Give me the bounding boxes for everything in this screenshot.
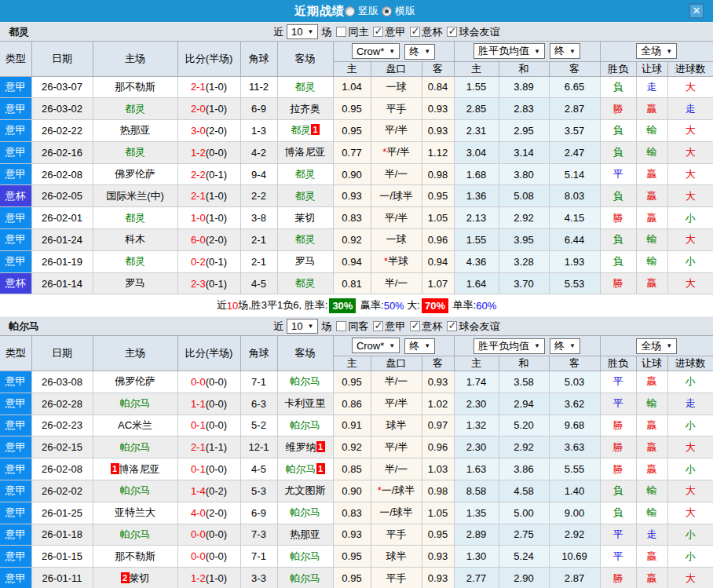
avg-home-cell: 2.13: [454, 207, 499, 229]
filter-checkbox-3[interactable]: [447, 321, 457, 331]
result-handicap-cell: 輸: [636, 120, 667, 142]
odds-away-cell: 0.84: [422, 76, 454, 98]
odds-state-select[interactable]: 终▼: [404, 338, 435, 354]
close-icon[interactable]: ✕: [689, 3, 704, 19]
score-halftime: (1-0): [206, 103, 227, 115]
result-handicap-cell: 贏: [636, 546, 667, 568]
avg-home-cell: 3.04: [454, 141, 499, 163]
away-team-name: 热那亚: [290, 528, 320, 540]
horizontal-layout-radio[interactable]: [382, 6, 392, 16]
result-wdl-cell: 平: [600, 163, 636, 185]
odds-home-cell: 0.92: [333, 229, 371, 251]
avg-state-select[interactable]: 终▼: [550, 43, 580, 59]
filter-checkbox-0[interactable]: [336, 321, 346, 331]
filter-checkbox-label-0[interactable]: 同主: [348, 25, 368, 39]
col-header-away: 客场: [277, 336, 333, 371]
home-team-name: 博洛尼亚: [119, 463, 160, 475]
odds-home-cell: 0.95: [333, 546, 371, 568]
avg-type-select[interactable]: 胜平负均值▼: [474, 338, 545, 354]
bookmaker-select[interactable]: Crow*▼: [352, 338, 400, 353]
result-handicap-cell: 走: [636, 524, 667, 546]
bookmaker-select[interactable]: Crow*▼: [352, 43, 400, 59]
result-handicap-cell: 贏: [636, 98, 667, 120]
filter-checkbox-label-3[interactable]: 球会友谊: [459, 320, 499, 334]
filter-checkbox-3[interactable]: [447, 27, 457, 37]
scope-select[interactable]: 全场▼: [636, 338, 677, 354]
section-bar-0: 都灵近 10▼ 场同主意甲意杯球会友谊: [0, 22, 713, 42]
home-team-name: 都灵: [125, 146, 145, 158]
score-halftime: (0-0): [206, 398, 227, 410]
avg-state-select-value: 终: [554, 339, 565, 353]
odds-home-cell: 0.90: [333, 163, 371, 185]
result-wdl-cell: 負: [600, 141, 636, 163]
handicap-cell: *半球: [371, 250, 422, 272]
filter-checkbox-label-1[interactable]: 意甲: [385, 320, 405, 334]
avg-state-select[interactable]: 终▼: [550, 338, 580, 354]
section-bar-1: 帕尔马近 10▼ 场同客意甲意杯球会友谊: [0, 316, 713, 336]
filter-checkbox-2[interactable]: [410, 321, 420, 331]
home-team-cell: 1博洛尼亚: [93, 458, 177, 480]
sub-header-odds_home: 主: [333, 61, 371, 76]
match-row: 意甲26-02-01都灵1-0(1-0)3-8莱切0.83平/半1.052.13…: [0, 207, 713, 229]
home-team-cell: 都灵: [93, 98, 177, 120]
result-goals-cell: 小: [667, 524, 713, 546]
odds-away-cell: 0.97: [422, 415, 454, 436]
result-wdl-cell: 平: [600, 546, 636, 568]
away-team-name: 都灵: [295, 190, 316, 202]
sub-header-odds_handicap: 盘口: [371, 61, 422, 76]
filter-checkbox-label-3[interactable]: 球会友谊: [459, 25, 499, 39]
filter-checkbox-label-0[interactable]: 同客: [348, 320, 368, 334]
filter-checkbox-1[interactable]: [373, 27, 383, 37]
avg-home-cell: 2.89: [454, 524, 499, 546]
odds-away-cell: 0.96: [422, 436, 454, 458]
score-fulltime: 2-1: [191, 441, 206, 453]
score-halftime: (0-1): [206, 256, 227, 268]
filter-checkbox-0[interactable]: [336, 27, 346, 37]
score-fulltime: 2-3: [191, 278, 206, 290]
result-goals-cell: 大: [667, 163, 713, 185]
result-goals-cell: 小: [667, 207, 713, 229]
vertical-layout-radio[interactable]: [345, 6, 355, 16]
avg-type-select[interactable]: 胜平负均值▼: [474, 43, 545, 59]
handicap-text: 一/球半: [379, 190, 413, 202]
match-count-select[interactable]: 10▼: [287, 24, 318, 39]
handicap-text: 平/半: [385, 124, 408, 136]
odds-state-select[interactable]: 终▼: [404, 44, 435, 60]
date-cell: 26-01-19: [31, 250, 93, 272]
handicap-cell: 半/一: [371, 163, 422, 185]
dropdown-arrow-icon: ▼: [666, 342, 672, 349]
away-team-name: 尤文图斯: [285, 484, 326, 496]
sub-header-res_handicap: 让球: [636, 356, 667, 371]
filter-suffix-label: 场: [321, 25, 331, 39]
filter-checkbox-2[interactable]: [410, 27, 420, 37]
handicap-text: 一球: [386, 233, 407, 245]
corners-cell: 4-5: [240, 272, 277, 294]
filter-checkbox-label-2[interactable]: 意杯: [422, 25, 442, 39]
filter-checkbox-label-2[interactable]: 意杯: [422, 320, 442, 334]
away-team-name: 博洛尼亚: [285, 146, 326, 158]
odds-away-cell: 1.05: [422, 502, 454, 524]
handicap-text: 平手: [386, 572, 407, 584]
score-cell: 2-1(1-0): [177, 185, 240, 207]
home-team-name: 佛罗伦萨: [115, 168, 155, 180]
away-team-name: 维罗纳: [286, 441, 316, 453]
league-badge: 意甲: [0, 393, 31, 415]
sub-header-avg_home: 主: [454, 61, 499, 76]
dropdown-arrow-icon: ▼: [569, 48, 576, 55]
avg-draw-cell: 3.86: [499, 458, 549, 480]
match-row: 意甲26-02-28帕尔马1-1(0-0)6-3卡利亚里0.86平/半1.022…: [0, 393, 713, 415]
match-count-select-value: 10: [291, 320, 302, 332]
odds-away-cell: 1.07: [422, 272, 454, 294]
scope-select[interactable]: 全场▼: [636, 43, 677, 59]
home-team-name: 佛罗伦萨: [115, 375, 155, 387]
match-count-select[interactable]: 10▼: [287, 319, 318, 334]
filter-checkbox-1[interactable]: [373, 321, 383, 331]
result-wdl-cell: 平: [600, 371, 636, 393]
horizontal-layout-label[interactable]: 横版: [395, 4, 415, 18]
vertical-layout-label[interactable]: 竖版: [358, 4, 378, 18]
handicap-text: 半/一: [385, 168, 408, 180]
sub-header-avg_home: 主: [454, 356, 499, 371]
corners-cell: 6-9: [240, 502, 277, 524]
home-team-name: 那不勒斯: [115, 550, 155, 562]
filter-checkbox-label-1[interactable]: 意甲: [385, 25, 405, 39]
